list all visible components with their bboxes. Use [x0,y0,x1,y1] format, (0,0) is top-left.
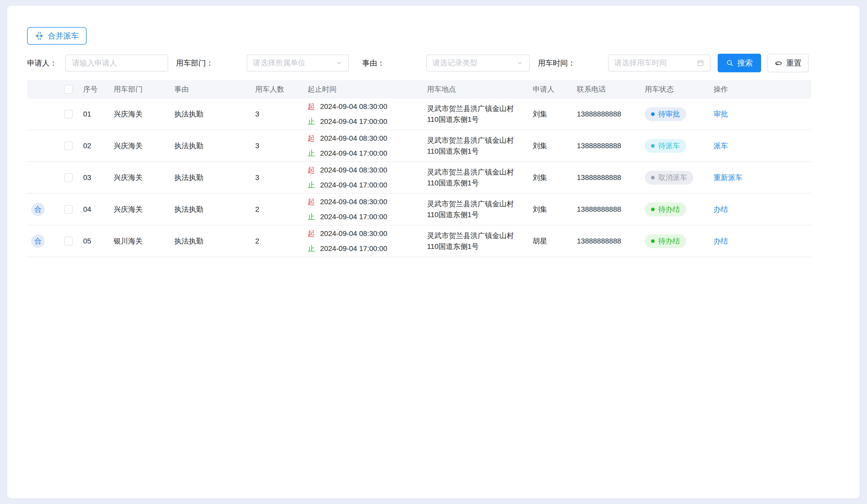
main-panel: 合并派车 申请人： 用车部门： 请选择所属单位 事由： 请选记录类型 用车时间：… [7,6,860,498]
address-cell: 灵武市贺兰县洪广镇金山村 110国道东侧1号 [424,135,529,157]
table-row: 02 兴庆海关 执法执勤 3 起 2024-09-04 08:30:00 止 2… [27,130,811,162]
row-checkbox[interactable] [64,110,73,119]
time-label: 用车时间： [538,54,575,72]
start-prefix: 起 [308,229,315,239]
merge-col [27,107,57,121]
status-dot-icon [651,112,655,116]
header-people: 用车人数 [252,85,304,94]
status-col: 待办结 [642,234,710,248]
time-cell: 起 2024-09-04 08:30:00 止 2024-09-04 17:00… [304,165,424,190]
reset-button[interactable]: 重置 [767,54,809,72]
start-time: 2024-09-04 08:30:00 [320,198,387,206]
address-cell: 灵武市贺兰县洪广镇金山村 110国道东侧1号 [424,230,529,252]
header-check-col [57,85,80,94]
start-prefix: 起 [308,102,315,111]
applicant-cell: 胡星 [529,236,574,246]
start-prefix: 起 [308,197,315,207]
applicant-cell: 刘集 [529,173,574,183]
row-number: 03 [80,174,110,182]
action-link[interactable]: 办结 [714,236,728,246]
action-link[interactable]: 审批 [714,109,728,119]
row-checkbox[interactable] [64,237,73,245]
end-time: 2024-09-04 17:00:00 [320,149,387,157]
people-count-cell: 2 [252,237,304,245]
table-row: 合 04 兴庆海关 执法执勤 2 起 2024-09-04 08:30:00 止… [27,194,811,226]
search-label: 搜索 [737,58,753,68]
row-checkbox[interactable] [64,173,73,182]
start-prefix: 起 [308,133,315,143]
chevron-down-icon [335,59,343,67]
table-body: 01 兴庆海关 执法执勤 3 起 2024-09-04 08:30:00 止 2… [27,98,811,257]
row-checkbox[interactable] [64,205,73,214]
department-cell: 兴庆海关 [110,109,171,119]
header-applicant: 申请人 [529,85,574,94]
reason-cell: 执法执勤 [171,205,252,214]
row-checkbox[interactable] [64,142,73,150]
department-cell: 兴庆海关 [110,141,171,151]
reset-label: 重置 [786,58,802,68]
status-badge: 待办结 [645,234,686,248]
action-col: 办结 [710,205,811,214]
status-dot-icon [651,144,655,148]
merge-dispatch-label: 合并派车 [48,31,79,41]
applicant-input-wrapper [65,54,168,72]
end-time: 2024-09-04 17:00:00 [320,181,387,189]
end-prefix: 止 [308,149,315,158]
check-col [57,173,80,182]
status-col: 取消派车 [642,171,710,185]
address-line-1: 灵武市贺兰县洪广镇金山村 [427,167,514,178]
people-count-cell: 3 [252,142,304,150]
header-time: 起止时间 [304,85,424,94]
address-cell: 灵武市贺兰县洪广镇金山村 110国道东侧1号 [424,103,529,125]
department-label: 用车部门： [176,54,213,72]
header-no: 序号 [80,85,110,94]
end-time: 2024-09-04 17:00:00 [320,118,387,126]
applicant-cell: 刘集 [529,109,574,119]
reason-label: 事由： [362,54,385,72]
select-all-checkbox[interactable] [64,85,73,94]
people-count-cell: 2 [252,205,304,213]
start-prefix: 起 [308,165,315,175]
check-col [57,142,80,150]
address-line-1: 灵武市贺兰县洪广镇金山村 [427,103,514,114]
department-select[interactable]: 请选择所属单位 [247,54,349,72]
merge-dispatch-button[interactable]: 合并派车 [27,27,87,45]
applicant-cell: 刘集 [529,205,574,214]
header-action: 操作 [710,85,811,94]
action-link[interactable]: 办结 [714,205,728,214]
search-button[interactable]: 搜索 [718,54,761,72]
status-dot-icon [651,208,655,211]
row-number: 05 [80,237,110,245]
reason-placeholder: 请选记录类型 [432,58,516,68]
check-col [57,110,80,119]
table-row: 01 兴庆海关 执法执勤 3 起 2024-09-04 08:30:00 止 2… [27,98,811,130]
header-department: 用车部门 [110,85,171,94]
address-cell: 灵武市贺兰县洪广镇金山村 110国道东侧1号 [424,167,529,188]
start-time: 2024-09-04 08:30:00 [320,230,387,238]
start-time: 2024-09-04 08:30:00 [320,102,387,111]
merge-col: 合 [27,234,57,248]
end-prefix: 止 [308,212,315,222]
applicant-input[interactable] [72,58,162,68]
action-link[interactable]: 重新派车 [714,173,742,183]
end-prefix: 止 [308,117,315,127]
table-row: 03 兴庆海关 执法执勤 3 起 2024-09-04 08:30:00 止 2… [27,162,811,194]
status-badge: 待派车 [645,139,686,153]
search-icon [726,59,734,67]
merge-badge: 合 [31,203,45,216]
check-col [57,205,80,214]
merge-col: 合 [27,203,57,216]
department-cell: 兴庆海关 [110,173,171,183]
action-link[interactable]: 派车 [714,141,728,151]
table-header: 序号 用车部门 事由 用车人数 起止时间 用车地点 申请人 联系电话 用车状态 … [27,80,811,98]
vehicle-request-table: 序号 用车部门 事由 用车人数 起止时间 用车地点 申请人 联系电话 用车状态 … [27,80,811,257]
reason-select[interactable]: 请选记录类型 [426,54,529,72]
status-dot-icon [651,176,655,179]
status-dot-icon [651,239,655,243]
reason-cell: 执法执勤 [171,173,252,183]
status-badge: 待审批 [645,107,686,121]
applicant-cell: 刘集 [529,141,574,151]
time-picker[interactable]: 请选择用车时间 [608,54,710,72]
start-time: 2024-09-04 08:30:00 [320,166,387,174]
phone-cell: 13888888888 [574,174,642,182]
